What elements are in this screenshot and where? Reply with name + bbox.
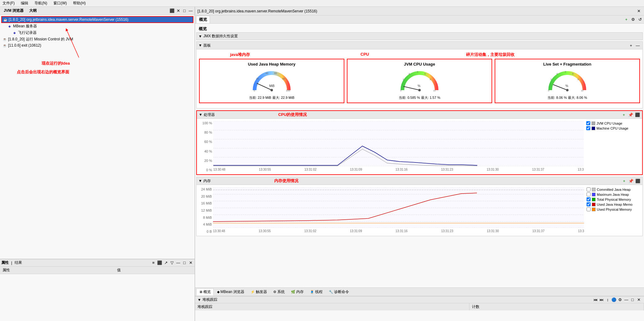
overview-icon-settings[interactable]: ⚙ xyxy=(630,17,636,22)
svg-text:0: 0 xyxy=(548,89,549,92)
props-icon-6[interactable]: □ xyxy=(182,260,187,266)
overview-icon-add[interactable]: + xyxy=(624,17,629,22)
cpu-x-0: 13:30:48 xyxy=(213,168,225,171)
cpu-x-5: 13:31:23 xyxy=(441,168,453,171)
mem-y-16: 16 MiB xyxy=(201,201,212,205)
legend-used-java-check[interactable] xyxy=(587,202,591,206)
mem-x-1: 13:30:55 xyxy=(259,229,271,233)
gauge-heap-value: 当前: 22.9 MiB 最大: 22.9 MiB xyxy=(249,95,294,100)
tab-diag[interactable]: 🔧 诊断命令 xyxy=(326,288,352,296)
menu-edit[interactable]: 编辑 xyxy=(20,0,29,7)
st-icon-8[interactable]: ✕ xyxy=(636,297,642,303)
tab-memory[interactable]: 🌿 内存 xyxy=(288,288,306,296)
svg-text:40: 40 xyxy=(265,72,268,75)
cpu-chart-header[interactable]: ▼ 处理器 CPU的使用情况 + 📌 ⬛ xyxy=(197,111,642,119)
cpu-x-7: 13:31:37 xyxy=(532,168,544,171)
dash-icon-2[interactable]: — xyxy=(635,43,641,48)
rc-icon-1[interactable]: ✕ xyxy=(636,8,642,14)
stacktrace-table: 堆栈跟踪 计数 xyxy=(195,303,644,321)
memory-legend: Committed Java Heap Maximum Java Heap To xyxy=(584,187,640,233)
props-icon-7[interactable]: ✕ xyxy=(188,260,193,266)
st-icon-7[interactable]: □ xyxy=(630,297,635,303)
menu-file[interactable]: 文件(F) xyxy=(1,0,16,7)
cpu-x-3: 13:31:09 xyxy=(350,168,362,171)
tab-mbean[interactable]: ◆ MBean 浏览器 xyxy=(214,288,247,296)
legend-jvm-cpu-check[interactable] xyxy=(586,121,590,125)
props-tab-result[interactable]: 结果 xyxy=(15,260,22,265)
cpu-icon-1[interactable]: + xyxy=(621,112,627,117)
svg-text:%: % xyxy=(565,84,568,88)
tab-trigger[interactable]: ⚡ 触发器 xyxy=(248,288,270,296)
mem-x-8: 13:3 xyxy=(578,229,584,233)
menu-window[interactable]: 窗口(W) xyxy=(52,0,68,7)
legend-machine-cpu: Machine CPU Usage xyxy=(586,126,640,130)
props-icon-4[interactable]: ▽ xyxy=(169,260,175,266)
props-tab-attr[interactable]: 属性 xyxy=(1,260,9,265)
st-icon-6[interactable]: — xyxy=(624,297,629,303)
main-area: JVM 浏览器 大纲 ⬛ ✕ □ — ☕ [1.8.0_20] org.jetb… xyxy=(0,7,644,321)
tab-memory-icon: 🌿 xyxy=(291,290,295,294)
cpu-icon-3[interactable]: ⬛ xyxy=(635,112,640,117)
menu-help[interactable]: 帮助(H) xyxy=(72,0,87,7)
tree-label-mbean: MBean 服务器 xyxy=(13,24,37,29)
tab-diag-icon: 🔧 xyxy=(329,290,333,294)
cpu-x-4: 13:31:16 xyxy=(396,168,408,171)
toolbar-icon-1[interactable]: ⬛ xyxy=(169,8,175,14)
mem-y-4: 4 MiB xyxy=(203,222,212,226)
st-icon-3[interactable]: ↕ xyxy=(605,297,610,303)
legend-committed-label: Committed Java Heap xyxy=(597,188,631,191)
props-icon-3[interactable]: ↗ xyxy=(163,260,169,266)
tab-system[interactable]: ⚙ 系统 xyxy=(270,288,288,296)
menu-nav[interactable]: 导航(N) xyxy=(33,0,48,7)
mem-icon-2[interactable]: 📌 xyxy=(628,178,634,184)
st-icon-5[interactable]: ⚙ xyxy=(617,297,623,303)
mem-x-7: 13:31:37 xyxy=(533,229,545,233)
legend-used-physical-check[interactable] xyxy=(587,207,591,211)
props-icon-1[interactable]: ≡ xyxy=(151,260,156,266)
legend-total-physical-check[interactable] xyxy=(587,197,591,201)
memory-chart-inner: 24 MiB 20 MiB 16 MiB 12 MiB 8 MiB 4 MiB … xyxy=(199,187,584,233)
svg-text:60: 60 xyxy=(274,72,277,75)
memory-chart-svg-wrapper: 13:30:48 13:30:55 13:31:02 13:31:09 13:3… xyxy=(213,187,584,233)
legend-committed-check[interactable] xyxy=(587,187,591,191)
mem-x-4: 13:31:16 xyxy=(396,229,408,233)
legend-max-heap-check[interactable] xyxy=(587,192,591,196)
tab-overview[interactable]: 🖥 概览 xyxy=(196,288,214,296)
jmx-header[interactable]: ▼ JMX 数据持久性设置 xyxy=(196,32,643,40)
cpu-icon-2[interactable]: 📌 xyxy=(628,112,633,117)
dash-icon-1[interactable]: + xyxy=(628,43,634,48)
gauge-cpu-value: 当前: 0.585 % 最大: 1.57 % xyxy=(399,95,440,100)
overview-icon-refresh[interactable]: ↺ xyxy=(637,17,643,22)
tree-item-jvm1[interactable]: ☕ [1.8.0_20] org.jetbrains.idea.maven.se… xyxy=(1,16,193,23)
right-panel-title: [1.8.0_20] org.jetbrains.idea.maven.serv… xyxy=(197,9,317,13)
dashboard-header[interactable]: ▼ 面板 + — xyxy=(197,42,642,49)
st-icon-2[interactable]: ⏭ xyxy=(599,297,604,303)
tab-thread[interactable]: 🧵 线程 xyxy=(307,288,325,296)
mem-icon-3[interactable]: ⬛ xyxy=(635,178,641,184)
tab-outline[interactable]: 大纲 xyxy=(27,7,39,14)
cpu-x-labels: 13:30:48 13:30:55 13:31:02 13:31:09 13:3… xyxy=(213,167,584,172)
menu-bar: 文件(F) 编辑 导航(N) 窗口(W) 帮助(H) xyxy=(0,0,644,7)
props-icon-5[interactable]: — xyxy=(175,260,181,266)
toolbar-icon-4[interactable]: — xyxy=(188,8,193,14)
props-icon-2[interactable]: ⬛ xyxy=(157,260,162,266)
st-icon-4[interactable]: 🔵 xyxy=(611,297,617,303)
cpu-chart-panel: ▼ 处理器 CPU的使用情况 + 📌 ⬛ xyxy=(196,110,643,175)
toolbar-icon-2[interactable]: ✕ xyxy=(175,8,181,14)
mem-icon-1[interactable]: + xyxy=(621,178,627,184)
mem-x-5: 13:31:23 xyxy=(441,229,453,233)
gauge-heap-title: Used Java Heap Memory xyxy=(248,62,295,66)
st-col-trace: 堆栈跟踪 xyxy=(195,303,469,310)
cpu-x-1: 13:30:55 xyxy=(259,168,271,171)
toolbar-icon-3[interactable]: □ xyxy=(182,8,187,14)
memory-chart-header[interactable]: ▼ 内存 内存使用情况 + 📌 ⬛ xyxy=(197,177,642,185)
gauge-frag-value: 当前: 8.06 % 最大: 8.06 % xyxy=(547,95,587,100)
memory-collapse: ▼ xyxy=(198,179,202,183)
st-icon-1[interactable]: ⏮ xyxy=(592,297,598,303)
overview-tab[interactable]: 概览 xyxy=(196,16,210,23)
tab-jvm-browser[interactable]: JVM 浏览器 xyxy=(1,7,26,14)
legend-machine-cpu-check[interactable] xyxy=(586,126,590,130)
tab-overview-icon: 🖥 xyxy=(199,290,202,294)
gauge-row-container: java堆内存 CPU 碎片活动集，主要垃圾回收 Used Java Heap … xyxy=(197,49,642,108)
jmx-section: ▼ JMX 数据持久性设置 xyxy=(196,32,643,40)
